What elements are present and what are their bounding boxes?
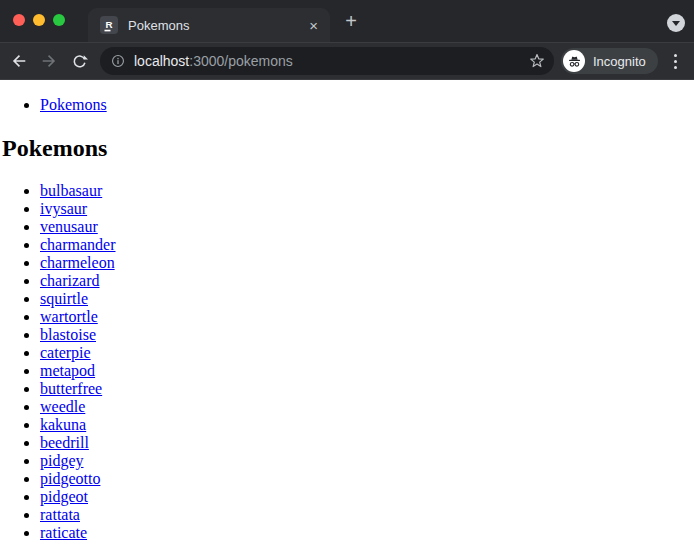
- list-item: rattata: [40, 506, 694, 524]
- url-path: :3000/pokemons: [189, 53, 293, 69]
- list-item: beedrill: [40, 434, 694, 452]
- pokemon-link[interactable]: charmander: [40, 236, 116, 253]
- menu-dot: [674, 60, 677, 63]
- list-item: charmander: [40, 236, 694, 254]
- reload-button[interactable]: [64, 46, 94, 76]
- pokemon-link[interactable]: metapod: [40, 362, 95, 379]
- arrow-left-icon: [10, 52, 28, 70]
- pokemon-list: bulbasaur ivysaur venusaur charmander ch…: [0, 182, 694, 542]
- url-host: localhost: [134, 53, 189, 69]
- pokemon-link[interactable]: pidgeot: [40, 488, 88, 505]
- pokemon-link[interactable]: charizard: [40, 272, 100, 289]
- list-item: charmeleon: [40, 254, 694, 272]
- remix-favicon-icon: R: [100, 16, 118, 34]
- incognito-badge: Incognito: [561, 48, 658, 74]
- pokemon-link[interactable]: wartortle: [40, 308, 98, 325]
- pokemon-link[interactable]: rattata: [40, 506, 80, 523]
- incognito-label: Incognito: [593, 54, 646, 69]
- nav-link-pokemons[interactable]: Pokemons: [40, 96, 107, 113]
- list-item: raticate: [40, 524, 694, 542]
- pokemon-link[interactable]: pidgeotto: [40, 470, 100, 487]
- back-button[interactable]: [4, 46, 34, 76]
- menu-dot: [674, 54, 677, 57]
- new-tab-button[interactable]: +: [341, 11, 361, 31]
- page-content: Pokemons Pokemons bulbasaur ivysaur venu…: [0, 80, 694, 556]
- page-title: Pokemons: [0, 134, 694, 162]
- incognito-icon: [567, 54, 582, 69]
- window-minimize-button[interactable]: [33, 14, 45, 26]
- nav-list: Pokemons: [0, 96, 694, 114]
- browser-toolbar: localhost:3000/pokemons Incognito: [0, 42, 694, 80]
- list-item: wartortle: [40, 308, 694, 326]
- list-item: pidgey: [40, 452, 694, 470]
- forward-button[interactable]: [34, 46, 64, 76]
- list-item: venusaur: [40, 218, 694, 236]
- list-item: ivysaur: [40, 200, 694, 218]
- pokemon-link[interactable]: venusaur: [40, 218, 98, 235]
- tab-close-icon[interactable]: ×: [307, 18, 320, 33]
- list-item: pidgeotto: [40, 470, 694, 488]
- chevron-down-icon: [672, 21, 680, 26]
- tab-title: Pokemons: [128, 18, 307, 33]
- list-item: caterpie: [40, 344, 694, 362]
- tab-search-button[interactable]: [667, 14, 685, 32]
- reload-icon: [71, 53, 88, 70]
- svg-text:R: R: [105, 19, 112, 30]
- list-item: bulbasaur: [40, 182, 694, 200]
- pokemon-link[interactable]: pidgey: [40, 452, 84, 469]
- list-item: Pokemons: [40, 96, 694, 114]
- pokemon-link[interactable]: blastoise: [40, 326, 96, 343]
- pokemon-link[interactable]: butterfree: [40, 380, 102, 397]
- list-item: pidgeot: [40, 488, 694, 506]
- list-item: butterfree: [40, 380, 694, 398]
- pokemon-link[interactable]: raticate: [40, 524, 87, 541]
- bookmark-star-icon[interactable]: [528, 52, 546, 70]
- list-item: blastoise: [40, 326, 694, 344]
- pokemon-link[interactable]: weedle: [40, 398, 85, 415]
- pokemon-link[interactable]: kakuna: [40, 416, 86, 433]
- list-item: weedle: [40, 398, 694, 416]
- list-item: charizard: [40, 272, 694, 290]
- pokemon-link[interactable]: squirtle: [40, 290, 88, 307]
- browser-titlebar: R Pokemons × +: [0, 0, 694, 42]
- list-item: kakuna: [40, 416, 694, 434]
- traffic-lights: [13, 14, 65, 26]
- browser-tab-pokemons[interactable]: R Pokemons ×: [88, 8, 330, 42]
- address-bar[interactable]: localhost:3000/pokemons: [100, 47, 554, 75]
- arrow-right-icon: [40, 52, 58, 70]
- window-close-button[interactable]: [13, 14, 25, 26]
- browser-menu-button[interactable]: [667, 52, 685, 70]
- pokemon-link[interactable]: caterpie: [40, 344, 91, 361]
- incognito-avatar: [563, 50, 585, 72]
- menu-dot: [674, 66, 677, 69]
- pokemon-link[interactable]: beedrill: [40, 434, 89, 451]
- list-item: metapod: [40, 362, 694, 380]
- list-item: squirtle: [40, 290, 694, 308]
- window-zoom-button[interactable]: [53, 14, 65, 26]
- url-text[interactable]: localhost:3000/pokemons: [134, 53, 528, 69]
- info-icon[interactable]: [110, 53, 126, 69]
- pokemon-link[interactable]: bulbasaur: [40, 182, 102, 199]
- pokemon-link[interactable]: ivysaur: [40, 200, 87, 217]
- pokemon-link[interactable]: charmeleon: [40, 254, 115, 271]
